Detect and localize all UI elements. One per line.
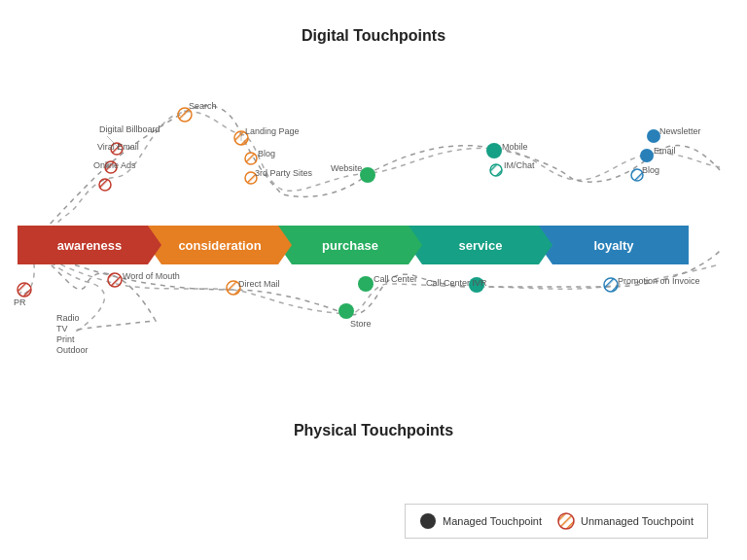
svg-text:IM/Chat: IM/Chat [504,160,535,170]
svg-text:Blog: Blog [258,149,275,158]
svg-text:Newsletter: Newsletter [659,126,701,136]
segment-purchase: purchase [278,226,422,264]
svg-text:Direct Mail: Direct Mail [238,279,280,289]
legend-unmanaged-label: Unmanaged Touchpoint [581,515,694,527]
svg-text:Website: Website [331,163,362,173]
svg-text:Store: Store [350,319,372,329]
svg-point-19 [647,129,660,143]
segment-consideration: consideration [148,226,292,264]
svg-point-12 [99,179,111,191]
svg-point-10 [111,143,123,155]
svg-point-20 [640,149,654,162]
svg-text:3rd Party Sites: 3rd Party Sites [255,168,313,178]
sub-title: Physical Touchpoints [0,422,747,439]
svg-point-11 [105,161,117,173]
legend-managed-label: Managed Touchpoint [443,515,542,527]
svg-text:Search: Search [189,101,217,111]
svg-point-18 [490,164,502,176]
svg-text:Call Center: Call Center [374,274,417,284]
svg-text:Online Ads: Online Ads [93,160,136,170]
svg-text:Call Center IVR: Call Center IVR [426,278,487,288]
svg-line-8 [370,173,374,175]
svg-text:Print: Print [56,334,75,344]
svg-point-27 [469,277,484,293]
svg-point-15 [245,172,257,184]
legend-managed: Managed Touchpoint [419,512,542,530]
svg-point-28 [604,278,618,292]
svg-text:Viral Email: Viral Email [97,142,139,152]
svg-text:TV: TV [56,324,68,333]
svg-point-23 [108,273,122,287]
svg-point-53 [420,513,436,529]
svg-text:PR: PR [14,298,26,307]
svg-text:Mobile: Mobile [502,142,528,152]
svg-point-24 [227,281,240,295]
svg-point-13 [234,131,248,145]
svg-text:Radio: Radio [56,313,80,323]
svg-point-25 [338,303,354,319]
segment-loyalty: loyalty [539,226,689,264]
svg-line-6 [107,136,122,151]
segment-service: service [409,226,552,264]
svg-point-17 [486,143,502,158]
legend-unmanaged: Unmanaged Touchpoint [557,512,694,530]
main-title: Digital Touchpoints [0,14,747,45]
segment-awareness: awareness [18,226,161,264]
svg-point-26 [358,276,374,292]
svg-text:Digital Billboard: Digital Billboard [99,124,160,134]
svg-text:Landing Page: Landing Page [245,126,300,136]
svg-point-21 [631,169,643,181]
svg-text:Word of Mouth: Word of Mouth [123,271,180,281]
managed-icon [419,512,437,530]
svg-text:Outdoor: Outdoor [56,345,89,355]
svg-text:Blog: Blog [642,165,659,175]
arrow-bar: awareness consideration purchase service… [18,226,729,264]
svg-point-14 [245,153,257,164]
svg-point-22 [18,283,31,297]
svg-point-16 [360,167,375,183]
svg-point-55 [558,513,574,529]
unmanaged-icon [557,512,575,530]
svg-text:Email: Email [654,146,676,156]
svg-text:Promotion on Invoice: Promotion on Invoice [618,276,700,286]
legend: Managed Touchpoint Unmanaged Touchpoint [405,504,708,539]
svg-point-9 [178,108,192,122]
chart-svg: Search Digital Billboard Viral Email Onl… [0,0,747,560]
